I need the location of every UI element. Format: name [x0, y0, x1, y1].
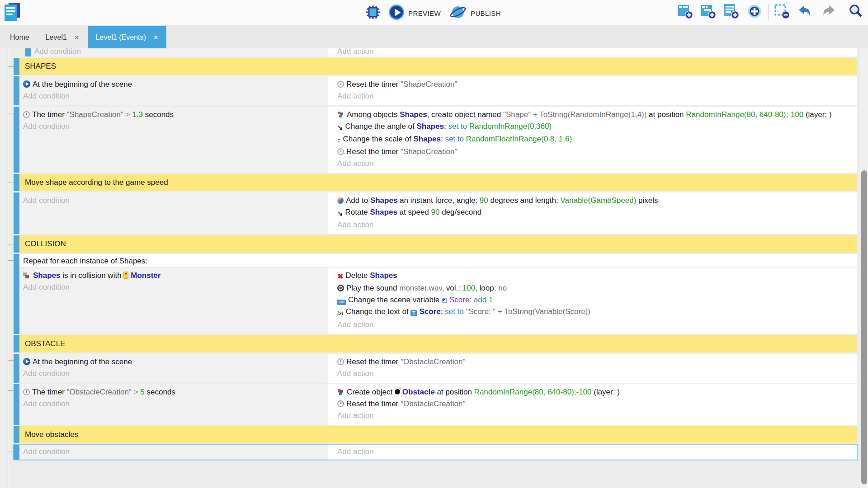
standard-event[interactable]: Add conditionAdd action	[14, 445, 857, 460]
actions-cell[interactable]: Among objects Shapes, create object name…	[328, 107, 857, 173]
condition-line[interactable]: The timer "ShapeCreation" > 1.3 seconds	[23, 109, 324, 121]
event-selection-bar[interactable]	[14, 58, 19, 75]
conditions-cell[interactable]: The timer "ObstacleCreation" > 5 seconds…	[19, 384, 328, 425]
conditions-cell[interactable]: At the beginning of the sceneAdd conditi…	[19, 76, 328, 105]
event-selection-bar[interactable]	[14, 335, 19, 352]
action-line[interactable]: Change the scene variable Score: add 1	[337, 294, 853, 306]
standard-event[interactable]: Add conditionAdd action	[25, 48, 857, 56]
event-selection-bar[interactable]	[14, 384, 19, 425]
conditions-cell[interactable]: At the beginning of the sceneAdd conditi…	[19, 354, 328, 383]
add-condition-placeholder[interactable]: Add condition	[23, 398, 324, 410]
actions-cell[interactable]: Reset the timer "ObstacleCreation"Add ac…	[328, 354, 857, 383]
event-selection-bar[interactable]	[14, 174, 19, 191]
event-selection-bar[interactable]	[14, 192, 19, 234]
add-condition-placeholder[interactable]: Add condition	[23, 368, 324, 380]
add-action-placeholder[interactable]: Add action	[337, 48, 853, 56]
event-selection-bar[interactable]	[25, 48, 31, 56]
add-action-placeholder[interactable]: Add action	[337, 319, 853, 331]
add-condition-placeholder[interactable]: Add condition	[23, 282, 324, 293]
add-action-placeholder[interactable]: Add action	[337, 446, 853, 458]
conditions-cell[interactable]: Shapes is in collision with MonsterAdd c…	[19, 267, 328, 334]
add-condition-placeholder[interactable]: Add condition	[23, 446, 324, 458]
vertical-scrollbar[interactable]	[860, 48, 868, 488]
condition-line[interactable]: At the beginning of the scene	[23, 79, 324, 90]
group-header[interactable]: SHAPES	[14, 58, 857, 75]
close-tab-icon[interactable]: ✕	[74, 34, 80, 41]
action-line[interactable]: Among objects Shapes, create object name…	[337, 109, 853, 121]
add-action-placeholder[interactable]: Add action	[337, 368, 853, 380]
foreach-header[interactable]: Repeat for each instance of Shapes:	[19, 254, 857, 267]
scrollbar-thumb[interactable]	[861, 170, 867, 484]
tab-level1-events[interactable]: Level1 (Events)✕	[88, 26, 167, 48]
conditions-cell[interactable]: Add condition	[31, 48, 328, 56]
add-condition-placeholder[interactable]: Add condition	[23, 195, 324, 206]
group-header[interactable]: COLLISION	[14, 235, 857, 253]
actions-cell[interactable]: Reset the timer "ShapeCreation"Add actio…	[328, 76, 857, 105]
action-line[interactable]: Change the text of Score: set to "Score:…	[337, 306, 853, 319]
add-condition-placeholder[interactable]: Add condition	[23, 121, 324, 132]
text-segment: monster.wav	[399, 284, 442, 292]
add-action-placeholder[interactable]: Add action	[337, 158, 853, 169]
text-segment: set to	[445, 135, 466, 143]
group-header[interactable]: Move obstacles	[14, 426, 857, 443]
event-selection-bar[interactable]	[14, 445, 19, 460]
close-tab-icon[interactable]: ✕	[153, 34, 159, 41]
publish-button[interactable]: PUBLISH	[447, 4, 503, 22]
action-line[interactable]: Create object Obstacle at position Rando…	[337, 386, 853, 398]
debug-button[interactable]	[364, 5, 382, 21]
add-action-placeholder[interactable]: Add action	[337, 90, 853, 102]
conditions-cell[interactable]: Add condition	[19, 192, 328, 234]
actions-cell[interactable]: Add action	[328, 48, 857, 56]
condition-line[interactable]: At the beginning of the scene	[23, 356, 324, 368]
action-line[interactable]: Add to Shapes an instant force, angle: 9…	[337, 195, 853, 206]
event-selection-bar[interactable]	[14, 107, 19, 173]
text-segment: "ShapeCreation"	[401, 80, 457, 89]
event-selection-bar[interactable]	[14, 354, 19, 383]
action-line[interactable]: Reset the timer "ShapeCreation"	[337, 146, 853, 158]
event-selection-bar[interactable]	[14, 235, 19, 253]
redo-button[interactable]	[819, 4, 838, 21]
app-logo-icon[interactable]	[4, 2, 21, 24]
actions-cell[interactable]: Add to Shapes an instant force, angle: 9…	[328, 192, 857, 234]
add-event-button[interactable]	[676, 4, 695, 21]
standard-event[interactable]: At the beginning of the sceneAdd conditi…	[14, 76, 857, 105]
action-line[interactable]: Change the angle of Shapes: set to Rando…	[337, 121, 853, 133]
add-event-dialog-button[interactable]	[745, 4, 764, 21]
actions-cell[interactable]: Add action	[328, 445, 857, 460]
conditions-cell[interactable]: The timer "ShapeCreation" > 1.3 secondsA…	[19, 107, 328, 173]
actions-cell[interactable]: Create object Obstacle at position Rando…	[328, 384, 857, 425]
event-selection-bar[interactable]	[14, 76, 19, 105]
delete-event-button[interactable]	[773, 4, 792, 21]
add-condition-placeholder[interactable]: Add condition	[34, 48, 324, 56]
action-line[interactable]: Reset the timer "ObstacleCreation"	[337, 356, 853, 368]
action-line[interactable]: Play the sound monster.wav, vol.: 100, l…	[337, 282, 853, 294]
foreach-event[interactable]: Repeat for each instance of Shapes:Shape…	[14, 254, 857, 334]
preview-button[interactable]: PREVIEW	[387, 4, 443, 22]
tab-level1[interactable]: Level1✕	[38, 26, 88, 48]
event-selection-bar[interactable]	[14, 426, 19, 443]
standard-event[interactable]: At the beginning of the sceneAdd conditi…	[14, 354, 857, 383]
add-action-placeholder[interactable]: Add action	[337, 219, 853, 231]
condition-line[interactable]: Shapes is in collision with Monster	[23, 270, 324, 282]
action-line[interactable]: Delete Shapes	[337, 270, 853, 282]
group-header[interactable]: Move shape according to the game speed	[14, 174, 857, 191]
tab-home[interactable]: Home	[2, 26, 38, 48]
add-comment-button[interactable]	[722, 4, 741, 21]
action-line[interactable]: Change the scale of Shapes: set to Rando…	[337, 133, 853, 146]
condition-line[interactable]: The timer "ObstacleCreation" > 5 seconds	[23, 386, 324, 398]
actions-cell[interactable]: Delete ShapesPlay the sound monster.wav,…	[328, 267, 857, 334]
undo-button[interactable]	[796, 4, 815, 21]
standard-event[interactable]: The timer "ShapeCreation" > 1.3 secondsA…	[14, 107, 857, 173]
standard-event[interactable]: The timer "ObstacleCreation" > 5 seconds…	[14, 384, 857, 425]
add-sub-event-button[interactable]	[699, 4, 718, 21]
add-condition-placeholder[interactable]: Add condition	[23, 90, 324, 102]
action-line[interactable]: Rotate Shapes at speed 90 deg/second	[337, 206, 853, 219]
action-line[interactable]: Reset the timer "ObstacleCreation"	[337, 398, 853, 410]
add-action-placeholder[interactable]: Add action	[337, 410, 853, 422]
search-button[interactable]	[846, 4, 865, 21]
group-header[interactable]: OBSTACLE	[14, 335, 857, 352]
conditions-cell[interactable]: Add condition	[19, 445, 328, 460]
standard-event[interactable]: Add conditionAdd to Shapes an instant fo…	[14, 192, 857, 234]
event-selection-bar[interactable]	[14, 254, 19, 334]
action-line[interactable]: Reset the timer "ShapeCreation"	[337, 79, 853, 90]
